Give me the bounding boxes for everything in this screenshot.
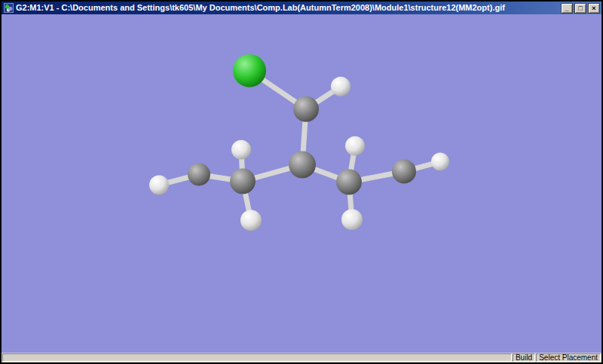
atom-C5[interactable] — [188, 164, 210, 186]
atom-H1[interactable] — [331, 77, 350, 96]
status-bar: Build Select Placement — [2, 353, 601, 362]
minimize-button[interactable]: _ — [561, 3, 573, 14]
atom-H6[interactable] — [431, 153, 449, 171]
close-button[interactable]: × — [588, 3, 600, 14]
molecule-svg — [2, 14, 601, 353]
atom-H3b[interactable] — [240, 210, 262, 231]
atom-H4b[interactable] — [341, 209, 363, 230]
atom-H3a[interactable] — [231, 140, 251, 160]
status-mode: Build — [513, 353, 535, 362]
atom-C2[interactable] — [289, 151, 316, 179]
atom-H4a[interactable] — [345, 136, 365, 156]
window-controls: _ □ × — [561, 3, 600, 14]
atom-C3[interactable] — [230, 169, 256, 194]
atom-C6[interactable] — [392, 160, 416, 184]
status-placement-hint: Select Placement — [536, 353, 601, 362]
atom-Cl1[interactable] — [233, 54, 266, 87]
maximize-button[interactable]: □ — [574, 3, 586, 14]
atom-H5[interactable] — [149, 176, 169, 195]
app-window: G2:M1:V1 - C:\Documents and Settings\tk6… — [0, 0, 603, 364]
molecule-viewport[interactable] — [2, 14, 601, 353]
status-message-area — [2, 353, 512, 362]
atom-C4[interactable] — [336, 170, 362, 195]
title-bar[interactable]: G2:M1:V1 - C:\Documents and Settings\tk6… — [2, 2, 601, 14]
atom-C1[interactable] — [293, 96, 319, 122]
app-icon[interactable] — [4, 3, 14, 13]
window-title: G2:M1:V1 - C:\Documents and Settings\tk6… — [16, 2, 559, 14]
